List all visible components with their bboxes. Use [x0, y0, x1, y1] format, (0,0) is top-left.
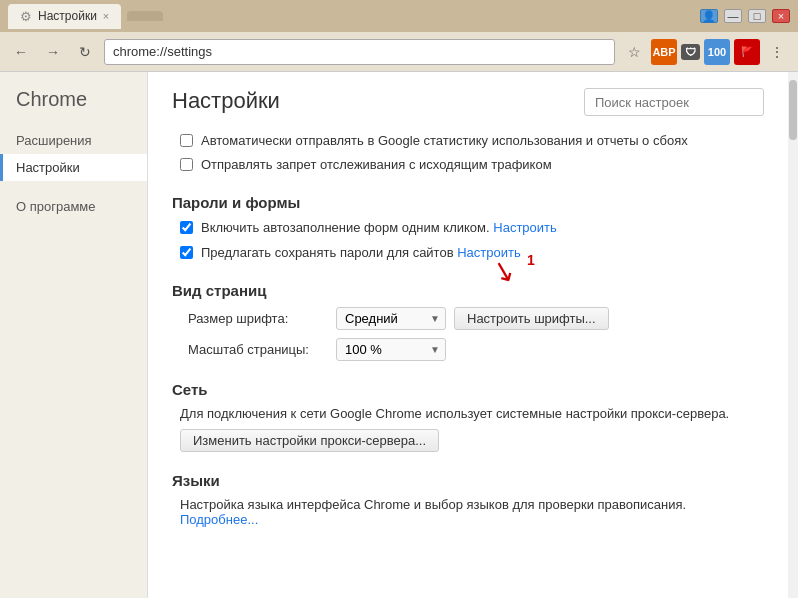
- active-tab-label: Настройки: [38, 9, 97, 23]
- main-layout: Chrome Расширения Настройки О программе …: [0, 72, 798, 598]
- scrollbar-thumb[interactable]: [789, 80, 797, 140]
- sidebar-brand: Chrome: [0, 88, 147, 127]
- privacy-section: Автоматически отправлять в Google статис…: [172, 132, 764, 174]
- network-description: Для подключения к сети Google Chrome исп…: [180, 406, 764, 421]
- languages-section: Языки Настройка языка интерфейса Chrome …: [172, 472, 764, 527]
- menu-button[interactable]: ⋮: [764, 39, 790, 65]
- configure-fonts-button[interactable]: Настроить шрифты...: [454, 307, 609, 330]
- font-size-label: Размер шрифта:: [188, 311, 328, 326]
- 100-extension[interactable]: 100: [704, 39, 730, 65]
- passwords-section: Пароли и формы Включить автозаполнение ф…: [172, 194, 764, 261]
- settings-tab-icon: ⚙: [20, 9, 32, 24]
- dnt-checkbox[interactable]: [180, 158, 193, 171]
- autofill-label: Включить автозаполнение форм одним клико…: [201, 219, 557, 237]
- stats-checkbox-row: Автоматически отправлять в Google статис…: [180, 132, 764, 150]
- save-passwords-configure-link[interactable]: Настроить: [457, 245, 521, 260]
- user-button[interactable]: 👤: [700, 9, 718, 23]
- tab-close-button[interactable]: ×: [103, 10, 109, 22]
- addressbar: ← → ↻ ☆ ABP 🛡 100 🚩 ⋮: [0, 32, 798, 72]
- save-passwords-label: Предлагать сохранять пароли для сайтов Н…: [201, 244, 521, 262]
- maximize-button[interactable]: □: [748, 9, 766, 23]
- minimize-button[interactable]: —: [724, 9, 742, 23]
- languages-title: Языки: [172, 472, 764, 489]
- proxy-settings-button[interactable]: Изменить настройки прокси-сервера...: [180, 429, 439, 452]
- scrollbar[interactable]: [788, 72, 798, 598]
- content-header: Настройки: [172, 88, 764, 116]
- window-controls: 👤 — □ ×: [700, 9, 790, 23]
- save-passwords-checkbox[interactable]: [180, 246, 193, 259]
- address-input[interactable]: [104, 39, 615, 65]
- page-view-section: Вид страниц Размер шрифта: Средний Настр…: [172, 282, 764, 361]
- inactive-tab[interactable]: [127, 11, 163, 21]
- font-size-select-wrap: Средний: [336, 307, 446, 330]
- network-title: Сеть: [172, 381, 764, 398]
- abp-extension[interactable]: ABP: [651, 39, 677, 65]
- search-input[interactable]: [584, 88, 764, 116]
- zoom-select[interactable]: 100 %: [336, 338, 446, 361]
- zoom-label: Масштаб страницы:: [188, 342, 328, 357]
- font-size-select[interactable]: Средний: [336, 307, 446, 330]
- toolbar-icons: ☆ ABP 🛡 100 🚩 ⋮: [621, 39, 790, 65]
- dnt-checkbox-row: Отправлять запрет отслеживания с исходящ…: [180, 156, 764, 174]
- page-view-title: Вид страниц: [172, 282, 764, 299]
- shield-icon[interactable]: 🛡: [681, 44, 700, 60]
- sidebar-spacer: [0, 181, 147, 193]
- titlebar-left: ⚙ Настройки ×: [8, 4, 163, 29]
- proxy-button-wrap: Изменить настройки прокси-сервера...: [180, 429, 764, 452]
- sidebar-item-settings[interactable]: Настройки: [0, 154, 147, 181]
- languages-description: Настройка языка интерфейса Chrome и выбо…: [180, 497, 764, 527]
- close-button[interactable]: ×: [772, 9, 790, 23]
- network-section: Сеть Для подключения к сети Google Chrom…: [172, 381, 764, 452]
- autofill-configure-link[interactable]: Настроить: [493, 220, 557, 235]
- save-passwords-container: Предлагать сохранять пароли для сайтов Н…: [172, 244, 764, 262]
- sidebar: Chrome Расширения Настройки О программе: [0, 72, 148, 598]
- stats-label: Автоматически отправлять в Google статис…: [201, 132, 688, 150]
- font-size-row: Размер шрифта: Средний Настроить шрифты.…: [188, 307, 764, 330]
- autofill-row: Включить автозаполнение форм одним клико…: [180, 219, 764, 237]
- passwords-section-title: Пароли и формы: [172, 194, 764, 211]
- flag-extension[interactable]: 🚩: [734, 39, 760, 65]
- content-area: Настройки Автоматически отправлять в Goo…: [148, 72, 788, 598]
- back-button[interactable]: ←: [8, 39, 34, 65]
- zoom-row: Масштаб страницы: 100 %: [188, 338, 764, 361]
- sidebar-item-extensions[interactable]: Расширения: [0, 127, 147, 154]
- reload-button[interactable]: ↻: [72, 39, 98, 65]
- autofill-checkbox[interactable]: [180, 221, 193, 234]
- active-tab[interactable]: ⚙ Настройки ×: [8, 4, 121, 29]
- save-passwords-row: Предлагать сохранять пароли для сайтов Н…: [180, 244, 764, 262]
- forward-button[interactable]: →: [40, 39, 66, 65]
- page-title: Настройки: [172, 88, 280, 114]
- languages-more-link[interactable]: Подробнее...: [180, 512, 258, 527]
- zoom-select-wrap: 100 %: [336, 338, 446, 361]
- sidebar-item-about[interactable]: О программе: [0, 193, 147, 220]
- stats-checkbox[interactable]: [180, 134, 193, 147]
- star-icon[interactable]: ☆: [621, 39, 647, 65]
- titlebar: ⚙ Настройки × 👤 — □ ×: [0, 0, 798, 32]
- dnt-label: Отправлять запрет отслеживания с исходящ…: [201, 156, 552, 174]
